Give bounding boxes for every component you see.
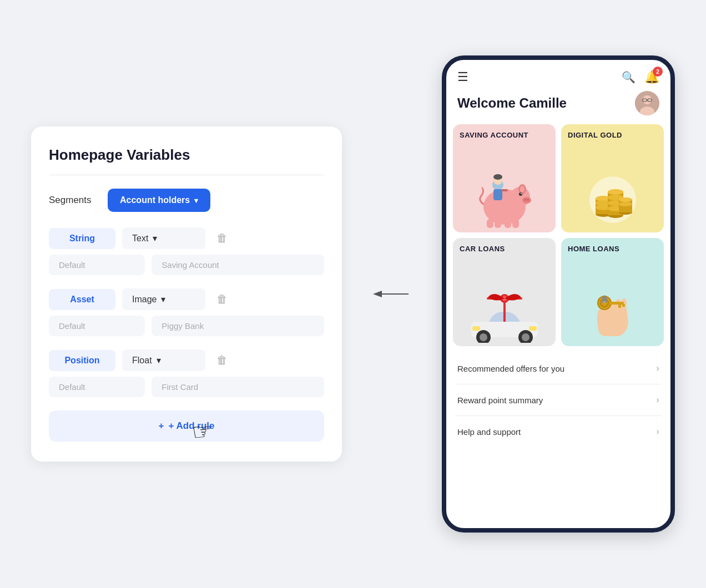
rule-type-asset: Asset [49,289,115,310]
svg-point-10 [522,197,531,204]
svg-rect-16 [495,219,501,228]
phone-header-right: 🔍 🔔 2 [622,70,659,84]
svg-point-22 [493,191,502,198]
car-image [453,253,556,346]
rule-type-position: Position [49,350,115,371]
menu-icon[interactable]: ☰ [457,70,468,84]
default-label-position: Default [49,377,145,397]
chevron-down-icon: ▾ [194,196,198,205]
help-text: Help and support [457,427,521,437]
segments-label: Segments [49,195,99,206]
home-label: HOME LOANS [561,238,664,253]
gold-label: DIGITAL GOLD [561,124,664,139]
home-key-svg [588,282,638,343]
phone-list: Recommended offers for you › Reward poin… [446,353,670,447]
chevron-right-icon: › [656,394,659,405]
rule-block-position: Position Float ▾ 🗑 Default First Card [49,349,324,397]
svg-point-12 [527,199,529,201]
phone-frame: ☰ 🔍 🔔 2 Welcome Camille [442,55,675,533]
rule-defaults-position: Default First Card [49,377,324,397]
default-label-string: Default [49,255,145,275]
svg-rect-57 [622,304,625,307]
avatar [635,91,659,115]
rule-type-string: String [49,228,115,249]
svg-point-11 [524,199,526,201]
default-value-string: Saving Account [152,255,324,275]
add-rule-button[interactable]: + + Add rule [49,410,324,442]
saving-label: SAVING ACCOUNT [453,124,556,139]
gold-image [561,139,664,232]
svg-rect-46 [472,326,480,331]
product-card-gold[interactable]: DIGITAL GOLD [561,124,664,232]
svg-point-33 [608,189,623,195]
gold-coins-svg [588,171,638,229]
rule-defaults-string: Default Saving Account [49,255,324,275]
svg-point-43 [480,333,487,341]
list-item-offers[interactable]: Recommended offers for you › [455,353,662,384]
svg-point-39 [619,197,632,202]
product-card-home[interactable]: HOME LOANS [561,238,664,346]
arrow-connector [364,277,420,311]
svg-point-13 [519,192,522,196]
divider [49,175,324,175]
trash-icon: 🗑 [216,293,228,305]
list-item-rewards[interactable]: Reward point summary › [455,384,662,416]
svg-rect-56 [618,304,621,308]
plus-icon: + [159,420,164,432]
piggy-bank-svg [477,168,532,229]
product-card-car[interactable]: CAR LOANS [453,238,556,346]
notification-badge: 2 [653,67,663,77]
rule-defaults-asset: Default Piggy Bank [49,316,324,336]
product-grid: SAVING ACCOUNT [446,124,670,346]
default-value-asset: Piggy Bank [152,316,324,336]
svg-rect-55 [609,302,624,305]
home-image [561,253,664,346]
svg-rect-59 [603,301,606,303]
bell-wrapper: 🔔 2 [644,70,659,84]
svg-rect-18 [512,219,519,228]
chevron-right-icon: › [656,426,659,437]
svg-rect-15 [487,219,493,228]
product-card-saving[interactable]: SAVING ACCOUNT [453,124,556,232]
rule-dropdown-text[interactable]: Text ▾ [122,227,205,249]
chevron-down-icon: ▾ [161,294,165,305]
rule-row-position: Position Float ▾ 🗑 [49,349,324,371]
svg-point-40 [619,202,632,206]
svg-point-24 [493,174,502,180]
welcome-text: Welcome Camille [457,95,567,111]
panel-title: Homepage Variables [49,146,324,164]
chevron-down-icon: ▾ [157,355,161,366]
rule-block-asset: Asset Image ▾ 🗑 Default Piggy Bank [49,288,324,336]
delete-rule-asset-button[interactable]: 🗑 [212,291,232,308]
delete-rule-position-button[interactable]: 🗑 [212,352,232,369]
svg-point-45 [522,333,530,341]
trash-icon: 🗑 [216,232,228,244]
avatar-image [635,91,659,115]
saving-image [453,139,556,232]
welcome-row: Welcome Camille [446,89,670,124]
segments-row: Segments Account holders ▾ [49,189,324,212]
rule-row-string: String Text ▾ 🗑 [49,227,324,249]
segment-button-label: Account holders [120,195,190,205]
car-svg [466,293,543,343]
svg-rect-17 [505,219,511,228]
default-label-asset: Default [49,316,145,336]
svg-rect-47 [529,326,537,331]
rule-dropdown-image[interactable]: Image ▾ [122,288,205,310]
car-label: CAR LOANS [453,238,556,253]
rule-dropdown-float[interactable]: Float ▾ [122,349,205,371]
list-item-help[interactable]: Help and support › [455,416,662,447]
segment-dropdown-button[interactable]: Account holders ▾ [108,189,210,212]
rule-block-string: String Text ▾ 🗑 Default Saving Account [49,227,324,275]
phone-header: ☰ 🔍 🔔 2 [446,60,670,89]
search-icon[interactable]: 🔍 [622,70,636,84]
phone-wrapper: ☰ 🔍 🔔 2 Welcome Camille [442,55,675,533]
svg-point-14 [521,193,522,194]
main-container: Homepage Variables Segments Account hold… [20,55,686,533]
default-value-position: First Card [152,377,324,397]
trash-icon: 🗑 [216,354,228,366]
rewards-text: Reward point summary [457,396,543,405]
svg-point-9 [520,186,525,192]
left-panel: Homepage Variables Segments Account hold… [31,126,342,462]
delete-rule-string-button[interactable]: 🗑 [212,230,232,247]
